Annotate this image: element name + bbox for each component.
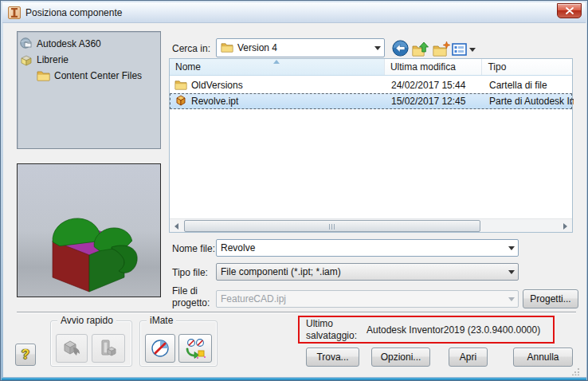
quick-launch-library-button: [92, 334, 125, 363]
look-in-value: Version 4: [237, 42, 277, 53]
chevron-down-icon[interactable]: [504, 264, 518, 280]
door-box-icon: [98, 338, 119, 359]
part-icon: [174, 94, 187, 109]
options-button[interactable]: Opzioni...: [371, 348, 430, 367]
chevron-down-icon: [504, 291, 518, 307]
titlebar[interactable]: Posiziona componente: [2, 2, 586, 23]
folder-icon: [221, 41, 233, 55]
help-button[interactable]: ?: [15, 344, 36, 366]
last-saved-annotation: Ultimo salvataggio: Autodesk Inventor201…: [298, 316, 555, 344]
file-name: OldVersions: [191, 80, 243, 91]
file-type-label: Tipo file:: [172, 267, 208, 278]
no-imate-button[interactable]: [145, 334, 175, 363]
file-row-oldversions[interactable]: OldVersions 24/02/2017 15:44 Cartella di…: [170, 77, 572, 93]
locations-tree: Autodesk A360 Librerie Content Center Fi…: [17, 31, 161, 149]
close-button[interactable]: [557, 3, 582, 18]
file-type-combobox[interactable]: File componenti (*.ipt; *.iam): [216, 263, 519, 281]
scrollbar-grip: [329, 224, 335, 230]
quick-launch-label: Avvio rapido: [57, 315, 116, 326]
scroll-left-icon[interactable]: [170, 219, 183, 233]
file-modified: 15/02/2017 12:45: [386, 96, 484, 107]
file-type: Cartella di file: [484, 80, 574, 91]
place-component-dialog: Posiziona componente Autodesk A360 Libre…: [0, 0, 588, 381]
file-type-value: File componenti (*.ipt; *.iam): [221, 266, 341, 277]
tree-item-label: Autodesk A360: [37, 38, 101, 49]
column-header-type[interactable]: Tipo: [482, 59, 572, 75]
look-in-combobox[interactable]: Version 4: [216, 38, 385, 57]
file-list-header: Nome Ultima modifica Tipo: [170, 59, 572, 76]
libraries-icon: [19, 53, 33, 66]
last-saved-label: Ultimo salvataggio:: [306, 318, 367, 342]
sort-ascending-icon: [273, 60, 280, 64]
file-name-label: Nome file:: [172, 243, 215, 254]
project-file-combobox-disabled: FeatureCAD.ipj: [216, 290, 519, 308]
column-header-modified[interactable]: Ultima modifica: [385, 59, 483, 75]
quick-launch-open-express-button: [56, 334, 88, 363]
up-one-level-icon[interactable]: [411, 39, 430, 58]
window-title: Posiziona componente: [25, 7, 122, 18]
projects-button[interactable]: Progetti...: [523, 289, 578, 308]
project-file-value: FeatureCAD.ipj: [221, 293, 286, 304]
file-list: Nome Ultima modifica Tipo OldVersions 24…: [169, 58, 573, 233]
scroll-right-icon[interactable]: [559, 219, 572, 233]
find-button[interactable]: Trova...: [306, 348, 359, 367]
views-icon[interactable]: [452, 40, 476, 59]
new-folder-icon[interactable]: [432, 39, 451, 58]
part-preview: [17, 163, 161, 297]
cancel-button[interactable]: Annulla: [513, 348, 573, 367]
column-header-name[interactable]: Nome: [170, 59, 385, 75]
place-with-imate-button[interactable]: [178, 334, 212, 363]
resize-grip[interactable]: [572, 364, 580, 372]
chevron-down-icon[interactable]: [370, 39, 384, 57]
project-file-label: File di progetto:: [172, 285, 218, 309]
inventor-app-icon: [8, 6, 21, 19]
look-in-label: Cerca in:: [172, 43, 210, 54]
tree-item-label: Librerie: [37, 54, 69, 65]
dialog-body: Autodesk A360 Librerie Content Center Fi…: [3, 23, 586, 377]
horizontal-scrollbar[interactable]: [170, 218, 572, 232]
tree-item-autodesk-a360[interactable]: Autodesk A360: [19, 36, 159, 52]
part-preview-image: [18, 164, 160, 297]
tree-item-content-center-files[interactable]: Content Center Files: [19, 68, 159, 84]
box-arrow-icon: [61, 338, 82, 359]
back-icon[interactable]: [390, 38, 410, 57]
folder-icon: [174, 79, 187, 92]
file-type: Parte di Autodesk In: [484, 96, 574, 107]
folder-icon: [37, 69, 51, 82]
chevron-down-icon[interactable]: [504, 240, 518, 256]
imate-label: iMate: [147, 315, 176, 326]
tree-item-label: Content Center Files: [54, 70, 142, 81]
imate-interactive-icon: [185, 338, 206, 359]
last-saved-value: Autodesk Inventor2019 (23.0.9400.0000): [367, 324, 540, 336]
no-imate-icon: [151, 339, 170, 358]
tree-item-librerie[interactable]: Librerie: [19, 52, 159, 68]
divider: [17, 312, 576, 313]
chevron-down-icon: [469, 48, 476, 52]
open-button[interactable]: Apri: [449, 348, 488, 367]
file-modified: 24/02/2017 15:44: [386, 80, 484, 91]
a360-icon: [19, 37, 33, 50]
file-name-combobox[interactable]: Revolve: [216, 239, 519, 257]
scrollbar-thumb[interactable]: [184, 220, 480, 232]
help-icon: ?: [22, 348, 29, 362]
file-row-revolve-selected[interactable]: Revolve.ipt 15/02/2017 12:45 Parte di Au…: [170, 93, 572, 109]
file-name-value: Revolve: [221, 242, 255, 253]
file-name: Revolve.ipt: [191, 96, 238, 107]
